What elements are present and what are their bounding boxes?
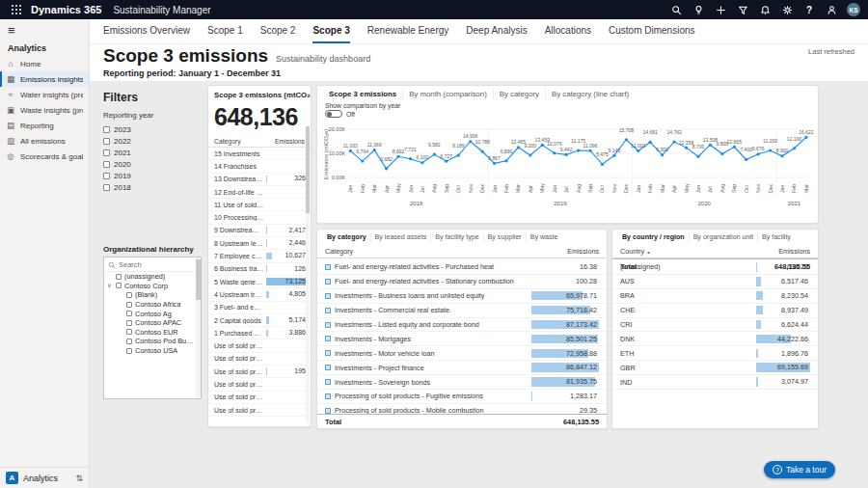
country-card-tab[interactable]: By country / region [618,232,690,242]
kpi-table-row[interactable]: 8 Upstream leased … 2,446 [208,237,311,250]
brand-title[interactable]: Dynamics 365 [31,4,101,15]
page-tab[interactable]: Custom Dimensions [609,19,694,43]
settings-gear-icon[interactable] [780,3,794,16]
country-table-row[interactable]: ETH 1,896.76 [612,346,818,361]
kpi-table-row[interactable]: Use of sold product… 195 [208,366,311,378]
kpi-table-row[interactable]: 1 Purchased goods … 3,886 [208,327,311,339]
kpi-table-row[interactable]: 13 Downstream lea… 326 [208,174,311,186]
kpi-table-row[interactable]: Use of sold product… [208,353,311,366]
area-switcher[interactable]: A Analytics ⇅ [0,467,89,488]
country-table-row[interactable]: CRI 6,624.44 [612,318,818,333]
kpi-table-row[interactable]: Use of sold product… [208,392,311,404]
nav-item[interactable]: ≈ Water insights (previ… [0,87,89,102]
country-table-row[interactable]: BRA 8,230.54 [612,289,818,304]
checkbox-icon[interactable] [126,329,132,335]
kpi-table-row[interactable]: 14 Franchises [208,160,311,173]
nav-item[interactable]: ⌂ Home [0,56,89,71]
search-icon[interactable] [669,3,683,16]
country-table-row[interactable]: CHE 8,937.49 [612,304,818,318]
user-avatar[interactable]: KS [847,3,860,16]
category-table-row[interactable]: Processing of sold products - Fugitive e… [317,390,607,404]
org-scrollbar[interactable] [196,258,201,398]
kpi-table-row[interactable]: Use of sold product… [208,339,311,352]
kpi-table-row[interactable]: 7 Employee commu… 10,627 [208,250,311,262]
year-checkbox[interactable]: 2020 [103,158,202,170]
category-table-row[interactable]: Fuel- and energy-related activities - Pu… [317,260,607,275]
checkbox-icon[interactable] [126,348,132,354]
org-tree-item[interactable]: (unassigned) [106,272,194,282]
category-table-row[interactable]: Investments - Motor vehicle loan 72,958.… [317,346,607,361]
kpi-table-row[interactable]: 6 Business travel 126 [208,263,311,276]
page-tab[interactable]: Scope 1 [207,19,243,43]
bell-icon[interactable] [758,3,772,16]
checkbox-icon[interactable] [126,292,132,298]
kpi-table-row[interactable]: 10 Processing of sol… [208,211,311,224]
org-tree-item[interactable]: Contoso Pod Business [106,337,194,346]
kpi-table-row[interactable]: 9 Downstream tran… 2,417 [208,225,311,237]
help-icon[interactable]: ? [802,3,816,16]
category-table-row[interactable]: Investments - Project finance 86,847.12 [317,361,607,375]
checkbox-icon[interactable] [116,283,122,288]
org-tree-item[interactable]: Contoso EUR [106,328,194,338]
page-tab[interactable]: Scope 3 [312,19,349,43]
category-table-row[interactable]: Processing of sold products - Mobile com… [317,404,607,414]
country-table-row[interactable]: GBR 69,155.69 [612,361,818,375]
page-tab[interactable]: Allocations [545,19,591,43]
waffle-menu-icon[interactable] [8,3,25,16]
take-a-tour-button[interactable]: ? Take a tour [764,461,835,478]
kpi-table-row[interactable]: Use of sold product… [208,404,311,417]
person-icon[interactable] [825,3,838,16]
country-table-row[interactable]: (unassigned) 634.73 [612,260,818,275]
category-table-row[interactable]: Investments - Commercial real estate 75,… [317,304,607,318]
filter-icon[interactable] [736,3,749,16]
checkbox-icon[interactable] [126,320,132,326]
org-tree-item[interactable]: Contoso USA [106,346,194,356]
nav-hamburger-icon[interactable]: ≡ [0,19,89,40]
kpi-table-row[interactable]: 15 Investments [208,148,311,160]
category-card-tab[interactable]: By supplier [484,232,527,242]
org-tree-item[interactable]: Contoso Ag [106,309,194,318]
org-search-input[interactable] [119,260,184,269]
country-table-row[interactable]: AUS 6,517.46 [612,275,818,289]
last-refreshed[interactable]: Last refreshed [808,47,854,56]
year-checkbox[interactable]: 2021 [103,147,202,158]
chart-card-tab[interactable]: Scope 3 emissions [323,89,403,99]
checkbox-icon[interactable] [126,339,132,344]
kpi-table-row[interactable]: 12 End-of-life trea… [208,186,311,199]
chart-card-tab[interactable]: By category [494,89,546,99]
checkbox-icon[interactable] [126,302,132,308]
nav-item[interactable]: ▦ Emissions insights [0,71,89,87]
kpi-table-row[interactable]: 3 Fuel- and energy-… [208,302,311,314]
add-icon[interactable] [714,3,727,16]
page-tab[interactable]: Emissions Overview [103,19,190,43]
category-table-row[interactable]: Investments - Mortgages 85,501.25 [317,332,607,346]
org-tree-item[interactable]: Contoso Africa [106,300,194,310]
nav-item[interactable]: ◎ Scorecards & goals [0,149,89,164]
org-tree-item[interactable]: Contoso APAC [106,318,194,328]
category-card-tab[interactable]: By category [323,232,371,242]
kpi-table-row[interactable]: Use of sold product… [208,378,311,391]
kpi-table-row[interactable]: 11 Use of sold prod… [208,199,311,211]
category-card-tab[interactable]: By leased assets [371,232,432,242]
page-tab[interactable]: Scope 2 [260,19,296,43]
category-table-row[interactable]: Investments - Business loans and unliste… [317,289,607,304]
country-card-tab[interactable]: By organization unit [690,232,758,242]
year-checkbox[interactable]: 2018 [103,181,202,193]
chart-card-tab[interactable]: By month (comparison) [403,89,494,99]
checkbox-icon[interactable] [116,274,122,280]
category-table-row[interactable]: Investments - Sovereign bonds 81,935.75 [317,375,607,390]
year-checkbox[interactable]: 2023 [103,123,202,135]
country-table-row[interactable]: DNK 44,222.66 [612,332,818,346]
nav-item[interactable]: ▣ Waste insights (previ… [0,102,89,118]
nav-item[interactable]: ▤ Reporting [0,118,89,133]
kpi-table-row[interactable]: 4 Upstream transpo… 4,805 [208,288,311,301]
year-checkbox[interactable]: 2022 [103,135,202,147]
country-card-tab[interactable]: By facility [758,232,795,242]
page-tab[interactable]: Renewable Energy [367,19,449,43]
category-card-tab[interactable]: By waste [527,232,562,242]
comparison-toggle[interactable] [325,110,342,118]
chart-card-tab[interactable]: By category (line chart) [546,89,635,99]
checkbox-icon[interactable] [126,311,132,316]
org-tree-item[interactable]: (Blank) [106,290,194,300]
caret-down-icon[interactable]: ∨ [106,282,113,289]
